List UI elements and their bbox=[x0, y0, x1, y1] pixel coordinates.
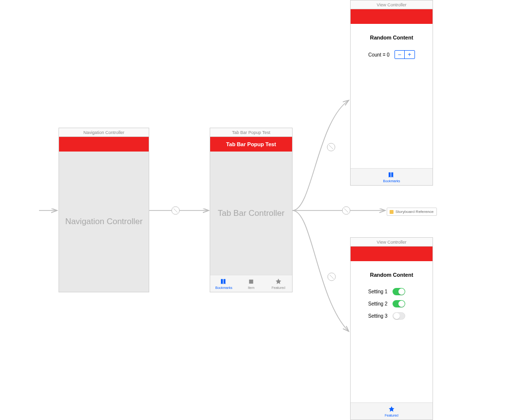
nav-bar bbox=[351, 9, 433, 24]
scene-body: Random Content Count = 0 − + bbox=[351, 24, 433, 168]
square-icon bbox=[247, 278, 255, 285]
tab-bookmarks[interactable]: Bookmarks bbox=[210, 275, 237, 292]
count-label: Count = 0 bbox=[368, 52, 390, 57]
svg-point-9 bbox=[328, 273, 335, 281]
content-heading: Random Content bbox=[360, 272, 423, 278]
svg-point-7 bbox=[342, 207, 350, 214]
switch-toggle[interactable] bbox=[393, 300, 405, 307]
stepper-plus-button[interactable]: + bbox=[405, 51, 414, 58]
scene-title: View Controller bbox=[351, 238, 433, 247]
tab-label: Featured bbox=[272, 286, 285, 289]
svg-point-4 bbox=[327, 143, 335, 151]
setting-label: Setting 3 bbox=[368, 313, 387, 319]
scene-title: View Controller bbox=[351, 0, 433, 9]
stepper[interactable]: − + bbox=[394, 50, 415, 59]
tab-bar: Bookmarks bbox=[351, 168, 433, 185]
svg-line-3 bbox=[174, 209, 177, 212]
storyboard-reference-label: Storyboard Reference bbox=[395, 210, 433, 214]
scene-view-controller-top[interactable]: View Controller Random Content Count = 0… bbox=[350, 0, 433, 186]
scene-title: Navigation Controller bbox=[59, 128, 149, 137]
nav-bar bbox=[59, 137, 149, 152]
tab-bar: Bookmarks Item Featured bbox=[210, 275, 292, 292]
setting-row: Setting 1 bbox=[358, 286, 425, 298]
nav-bar bbox=[351, 247, 433, 261]
tab-bar: Featured bbox=[351, 402, 433, 420]
scene-title: Tab Bar Popup Test bbox=[210, 128, 292, 137]
settings-list: Setting 1Setting 2Setting 3 bbox=[351, 286, 433, 322]
scene-tab-bar-controller[interactable]: Tab Bar Popup Test Tab Bar Popup Test Ta… bbox=[210, 128, 293, 292]
placeholder-text: Navigation Controller bbox=[65, 217, 143, 227]
storyboard-icon bbox=[390, 210, 394, 214]
storyboard-reference[interactable]: Storyboard Reference bbox=[387, 208, 437, 216]
star-icon bbox=[388, 406, 395, 413]
scene-body: Tab Bar Controller bbox=[210, 152, 292, 275]
tab-item[interactable]: Item bbox=[237, 275, 265, 292]
stepper-minus-button[interactable]: − bbox=[395, 51, 405, 58]
svg-rect-11 bbox=[249, 279, 253, 283]
tab-bookmarks[interactable]: Bookmarks bbox=[351, 169, 433, 185]
svg-line-5 bbox=[329, 145, 333, 149]
tab-label: Item bbox=[248, 286, 255, 289]
setting-row: Setting 2 bbox=[358, 298, 425, 310]
content-heading: Random Content bbox=[360, 35, 423, 40]
tab-label: Bookmarks bbox=[215, 286, 232, 289]
tab-featured[interactable]: Featured bbox=[351, 403, 433, 420]
switch-toggle[interactable] bbox=[393, 312, 405, 320]
placeholder-text: Tab Bar Controller bbox=[217, 209, 284, 218]
scene-body: Navigation Controller bbox=[59, 152, 149, 292]
setting-label: Setting 1 bbox=[368, 289, 387, 294]
bookmarks-icon bbox=[388, 172, 395, 178]
tab-label: Bookmarks bbox=[383, 179, 400, 183]
scene-body: Random Content Setting 1Setting 2Setting… bbox=[351, 261, 433, 402]
svg-point-2 bbox=[172, 207, 179, 214]
switch-toggle[interactable] bbox=[393, 288, 405, 295]
setting-label: Setting 2 bbox=[368, 301, 387, 306]
svg-line-8 bbox=[344, 209, 348, 212]
tab-featured[interactable]: Featured bbox=[265, 275, 292, 292]
scene-view-controller-bottom[interactable]: View Controller Random Content Setting 1… bbox=[350, 237, 433, 420]
scene-navigation-controller[interactable]: Navigation Controller Navigation Control… bbox=[59, 128, 149, 292]
star-icon bbox=[275, 278, 282, 285]
nav-bar: Tab Bar Popup Test bbox=[210, 137, 292, 152]
bookmarks-icon bbox=[220, 278, 228, 285]
nav-title: Tab Bar Popup Test bbox=[226, 141, 276, 147]
setting-row: Setting 3 bbox=[358, 310, 425, 322]
tab-label: Featured bbox=[385, 414, 398, 417]
svg-line-10 bbox=[330, 275, 334, 279]
